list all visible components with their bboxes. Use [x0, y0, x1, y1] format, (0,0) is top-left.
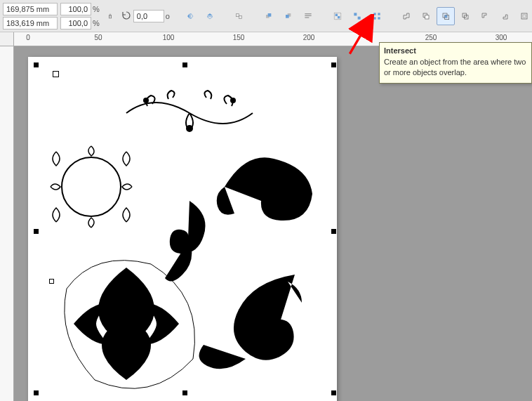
- svg-point-31: [186, 125, 193, 132]
- selection-handle[interactable]: [182, 63, 187, 67]
- ornament-top-branch[interactable]: [119, 85, 260, 141]
- ornament-swirl-right[interactable]: [211, 148, 323, 222]
- svg-point-34: [62, 157, 121, 216]
- intersect-button[interactable]: [437, 7, 455, 25]
- drawing-area[interactable]: [14, 46, 532, 401]
- svg-rect-11: [335, 13, 338, 15]
- selection-handle[interactable]: [182, 390, 187, 395]
- ornament-frame-circle[interactable]: [42, 138, 140, 236]
- simplify-button[interactable]: [456, 7, 474, 25]
- svg-rect-13: [354, 13, 357, 15]
- wrap-text-button[interactable]: [299, 7, 317, 25]
- rotate-icon: [121, 10, 132, 22]
- scale-factor-group: 100,0 % 100,0 %: [60, 3, 100, 29]
- lock-ratio-button[interactable]: [102, 8, 118, 24]
- mirror-group: [181, 7, 219, 25]
- rotation-group: 0,0 o: [121, 10, 170, 22]
- tooltip-title: Intersect: [384, 46, 527, 55]
- selection-handle[interactable]: [34, 229, 39, 234]
- ornament-damask[interactable]: [63, 261, 189, 387]
- scale-unit: %: [93, 19, 100, 27]
- ruler-label: 300: [496, 34, 507, 41]
- svg-rect-26: [521, 13, 527, 19]
- node-handle[interactable]: [49, 279, 54, 284]
- svg-rect-14: [358, 16, 361, 19]
- svg-rect-2: [239, 15, 241, 18]
- svg-rect-1: [236, 13, 239, 16]
- svg-rect-15: [373, 13, 375, 15]
- back-minus-front-button[interactable]: [496, 7, 514, 25]
- to-front-button[interactable]: [260, 7, 278, 25]
- selection-handle[interactable]: [331, 390, 336, 395]
- ornament-flourish-bottom-right[interactable]: [197, 268, 309, 387]
- page: [28, 57, 337, 401]
- svg-rect-6: [286, 15, 289, 18]
- selection-handle[interactable]: [34, 63, 39, 67]
- trim-button[interactable]: [417, 7, 435, 25]
- selection-handle[interactable]: [331, 229, 336, 234]
- object-x-position[interactable]: 169,875 mm: [3, 3, 58, 15]
- vertical-ruler[interactable]: [0, 46, 14, 401]
- group-button[interactable]: [328, 7, 347, 25]
- rotation-unit: o: [166, 12, 170, 20]
- ungroup-all-button[interactable]: [368, 7, 386, 25]
- selection-handle[interactable]: [34, 390, 39, 395]
- svg-rect-27: [523, 15, 526, 18]
- svg-rect-23: [445, 15, 447, 17]
- tooltip-intersect: Intersect Create an object from the area…: [379, 42, 532, 84]
- svg-rect-12: [338, 16, 340, 18]
- property-bar: 169,875 mm 183,619 mm 100,0 % 100,0 % 0,…: [0, 0, 532, 32]
- svg-rect-17: [373, 17, 375, 19]
- tooltip-body: Create an object from the area where two…: [384, 58, 526, 76]
- selection-center-marker[interactable]: [53, 71, 59, 77]
- svg-rect-18: [378, 17, 380, 19]
- ruler-origin-corner[interactable]: [0, 32, 14, 46]
- scale-x-input[interactable]: 100,0: [60, 3, 91, 15]
- object-y-position[interactable]: 183,619 mm: [3, 17, 58, 29]
- ruler-label: 100: [163, 34, 175, 41]
- align-and-distribute-button[interactable]: [230, 7, 248, 25]
- to-back-button[interactable]: [279, 7, 298, 25]
- selection-handle[interactable]: [331, 63, 336, 67]
- front-minus-back-button[interactable]: [476, 7, 494, 25]
- weld-button[interactable]: [397, 7, 415, 25]
- scale-unit: %: [93, 5, 100, 13]
- ruler-label: 0: [26, 34, 30, 41]
- rotation-input[interactable]: 0,0: [133, 10, 164, 22]
- svg-rect-8: [305, 15, 311, 15]
- object-position-group: 169,875 mm 183,619 mm: [3, 3, 58, 29]
- scale-y-input[interactable]: 100,0: [60, 17, 91, 29]
- svg-rect-7: [305, 13, 311, 14]
- workspace[interactable]: 0 50 100 150 200 250 300: [0, 32, 532, 401]
- ruler-label: 250: [425, 34, 437, 41]
- svg-rect-20: [425, 15, 429, 18]
- shaping-group: [397, 7, 532, 25]
- mirror-vertical-button[interactable]: [201, 7, 219, 25]
- mirror-horizontal-button[interactable]: [181, 7, 199, 25]
- ruler-label: 150: [233, 34, 245, 41]
- svg-rect-9: [305, 17, 309, 18]
- svg-point-32: [143, 98, 149, 103]
- svg-rect-16: [378, 13, 380, 15]
- ruler-label: 200: [303, 34, 315, 41]
- ruler-label: 50: [94, 34, 102, 41]
- svg-point-33: [230, 98, 236, 103]
- svg-rect-4: [268, 13, 272, 17]
- ungroup-button[interactable]: [348, 7, 366, 25]
- svg-rect-0: [109, 15, 111, 18]
- create-boundary-button[interactable]: [515, 7, 532, 25]
